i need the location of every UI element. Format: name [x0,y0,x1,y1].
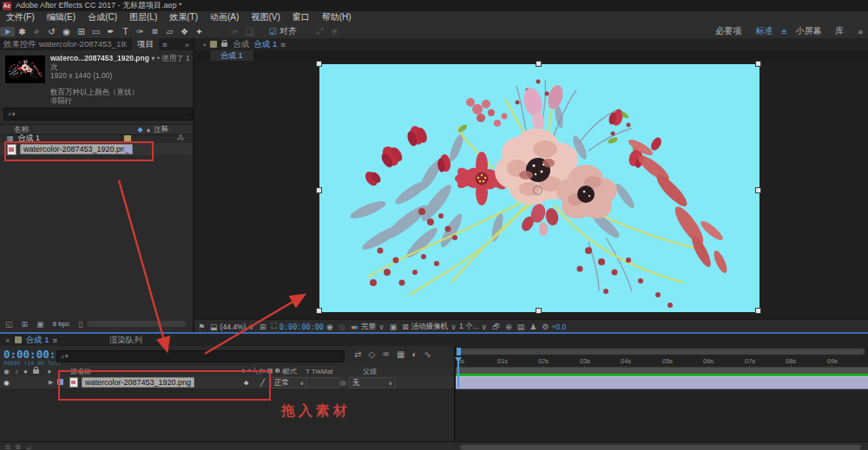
annotation-drag-hint: 拖入素材 [281,402,351,421]
annotation-arrows [0,0,868,450]
after-effects-window: Ae Adobe After Effects CC 2017 - 无标题项目.a… [0,0,868,450]
